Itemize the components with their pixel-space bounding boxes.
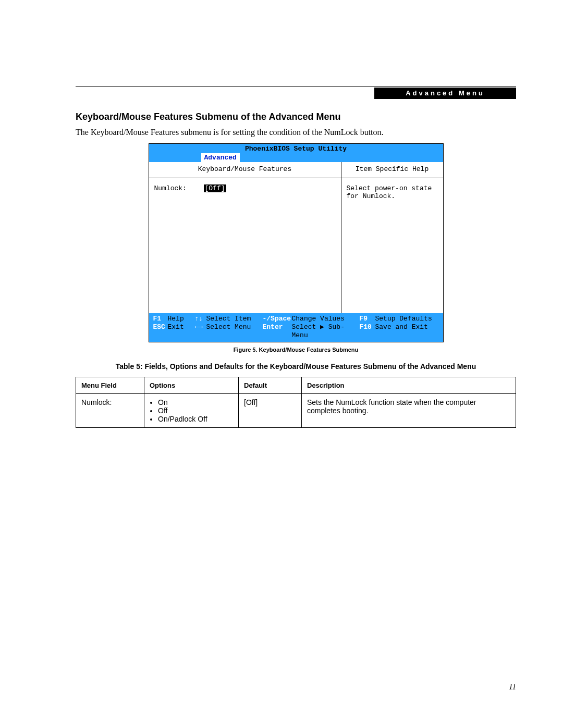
bios-tab-bar: Advanced — [149, 153, 443, 162]
bios-key-enter: Enter — [263, 323, 292, 340]
cell-description: Sets the NumLock function state when the… — [302, 394, 516, 428]
th-description: Description — [302, 377, 516, 394]
bios-footer: F1 Help ↑↓ Select Item -/Space Change Va… — [149, 313, 443, 342]
bios-help-header: Item Specific Help — [341, 162, 443, 178]
header-rule — [76, 86, 516, 87]
bios-key-label: Save and Exit — [375, 323, 428, 340]
bios-main-header: Keyboard/Mouse Features — [149, 162, 341, 178]
bios-help-line: for Numlock. — [347, 192, 438, 200]
bios-title: PhoenixBIOS Setup Utility — [149, 144, 443, 153]
fields-table: Menu Field Options Default Description N… — [76, 377, 516, 428]
bios-tab-advanced[interactable]: Advanced — [201, 153, 240, 162]
th-options: Options — [144, 377, 239, 394]
th-menu-field: Menu Field — [76, 377, 144, 394]
bios-key-label: Select ▶ Sub-Menu — [292, 323, 360, 340]
th-default: Default — [239, 377, 302, 394]
bios-key-leftright: ←→ — [195, 323, 206, 340]
bios-key-label: Setup Defaults — [375, 315, 432, 323]
bios-key-f1: F1 — [153, 315, 168, 323]
bios-key-esc: ESC — [153, 323, 168, 340]
bios-key-f9: F9 — [360, 315, 375, 323]
header-bar: Advanced Menu — [374, 88, 516, 99]
bios-help-line: Select power-on state — [347, 184, 438, 192]
section-intro: The Keyboard/Mouse Features submenu is f… — [76, 127, 516, 138]
figure-caption: Figure 5. Keyboard/Mouse Features Submen… — [76, 347, 516, 353]
cell-menu-field: Numlock: — [76, 394, 144, 428]
bios-main-panel: Keyboard/Mouse Features Numlock: [Off] — [149, 162, 341, 313]
cell-options: On Off On/Padlock Off — [144, 394, 239, 428]
bios-field-value[interactable]: [Off] — [204, 184, 226, 192]
bios-key-label: Exit — [168, 323, 195, 340]
bios-key-f10: F10 — [360, 323, 375, 340]
table-caption: Table 5: Fields, Options and Defaults fo… — [76, 362, 516, 371]
bios-field-label: Numlock: — [154, 184, 204, 192]
bios-screenshot: PhoenixBIOS Setup Utility Advanced Keybo… — [149, 143, 444, 342]
list-item: On — [158, 398, 233, 406]
bios-help-panel: Item Specific Help Select power-on state… — [341, 162, 443, 313]
section-heading: Keyboard/Mouse Features Submenu of the A… — [76, 112, 516, 122]
bios-key-updown: ↑↓ — [195, 315, 206, 323]
bios-key-space: -/Space — [263, 315, 292, 323]
page-number: 11 — [509, 683, 516, 692]
table-row: Numlock: On Off On/Padlock Off [Off] Set… — [76, 394, 516, 428]
bios-key-label: Help — [168, 315, 195, 323]
bios-key-label: Select Item — [206, 315, 263, 323]
bios-key-label: Change Values — [292, 315, 360, 323]
list-item: Off — [158, 406, 233, 415]
list-item: On/Padlock Off — [158, 415, 233, 423]
cell-default: [Off] — [239, 394, 302, 428]
bios-key-label: Select Menu — [206, 323, 263, 340]
table-header-row: Menu Field Options Default Description — [76, 377, 516, 394]
